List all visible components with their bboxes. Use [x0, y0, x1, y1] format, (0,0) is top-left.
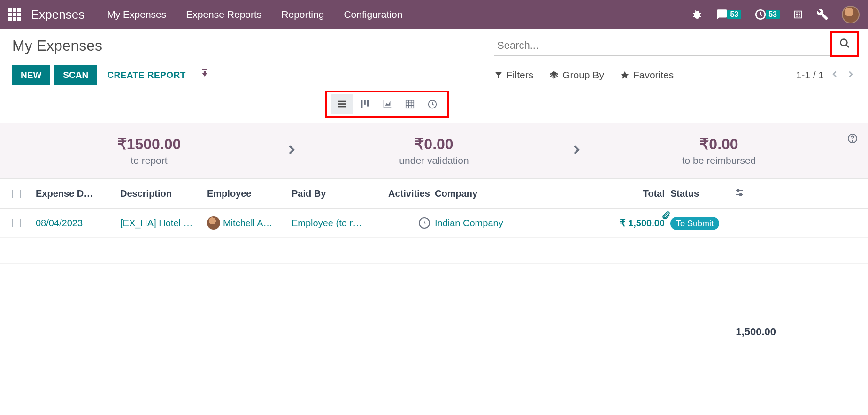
messages-icon[interactable]: 53 — [716, 8, 741, 21]
expense-table: Expense D… Description Employee Paid By … — [0, 179, 868, 357]
dash-to-report[interactable]: ₹1500.00 to report — [14, 135, 284, 166]
svg-rect-5 — [338, 106, 346, 108]
chevron-right-icon — [569, 142, 584, 159]
nav-my-expenses[interactable]: My Expenses — [107, 9, 166, 20]
download-icon[interactable] — [200, 69, 209, 81]
dash-to-reimburse-label: to be reimbursed — [584, 155, 854, 166]
header-employee[interactable]: Employee — [207, 188, 292, 199]
user-avatar[interactable] — [842, 6, 860, 23]
svg-rect-7 — [364, 100, 366, 105]
pager-prev-icon[interactable] — [830, 69, 840, 82]
company-icon[interactable] — [793, 9, 803, 20]
header-total[interactable]: Total — [566, 188, 665, 199]
cell-company: Indian Company — [430, 218, 566, 229]
cell-employee: Mitchell A… — [207, 216, 292, 230]
header-date[interactable]: Expense D… — [36, 188, 120, 199]
activities-badge: 53 — [766, 10, 780, 19]
scan-button[interactable]: SCAN — [54, 65, 97, 85]
filters-button[interactable]: Filters — [494, 69, 533, 81]
view-kanban-icon[interactable] — [353, 94, 376, 114]
svg-rect-9 — [406, 100, 414, 108]
nav-configuration[interactable]: Configuration — [344, 9, 402, 20]
footer-total: 1,500.00 — [677, 326, 776, 338]
app-name[interactable]: Expenses — [31, 8, 84, 22]
cell-activities[interactable] — [381, 217, 430, 229]
header-paidby[interactable]: Paid By — [292, 188, 381, 199]
messages-badge: 53 — [727, 10, 741, 19]
table-footer: 1,500.00 — [0, 316, 868, 357]
groupby-button[interactable]: Group By — [549, 69, 604, 81]
apps-grid-icon[interactable] — [8, 8, 21, 21]
view-list-icon[interactable] — [331, 94, 353, 114]
help-icon[interactable] — [847, 133, 858, 146]
svg-point-20 — [739, 193, 742, 196]
cell-date: 08/04/2023 — [36, 218, 120, 229]
filters-label: Filters — [507, 69, 533, 81]
svg-rect-8 — [367, 100, 369, 107]
table-header: Expense D… Description Employee Paid By … — [0, 179, 868, 209]
header-company[interactable]: Company — [430, 188, 566, 199]
svg-point-18 — [737, 189, 739, 192]
optional-columns-icon[interactable] — [734, 189, 745, 200]
view-pivot-icon[interactable] — [399, 94, 421, 114]
row-checkbox[interactable] — [12, 219, 21, 227]
header-activities[interactable]: Activities — [381, 188, 430, 199]
dash-to-report-label: to report — [14, 155, 284, 166]
favorites-label: Favorites — [633, 69, 674, 81]
header-description[interactable]: Description — [120, 188, 207, 199]
cell-paidby: Employee (to r… — [292, 218, 381, 229]
search-input[interactable] — [494, 36, 856, 56]
select-all-checkbox[interactable] — [12, 190, 21, 198]
table-row[interactable]: 08/04/2023 [EX_HA] Hotel … Mitchell A… E… — [0, 209, 868, 238]
dash-to-reimburse[interactable]: ₹0.00 to be reimbursed — [584, 135, 854, 166]
cell-description: [EX_HA] Hotel … — [120, 218, 207, 229]
nav-expense-reports[interactable]: Expense Reports — [186, 9, 261, 20]
table-row-empty — [0, 264, 868, 290]
dash-under-validation[interactable]: ₹0.00 under validation — [299, 135, 569, 166]
dash-to-report-amount: ₹1500.00 — [14, 135, 284, 153]
header-status[interactable]: Status — [665, 188, 726, 199]
employee-avatar — [207, 216, 220, 230]
search-button[interactable] — [830, 31, 859, 57]
page-title: My Expenses — [12, 37, 102, 54]
chevron-right-icon — [284, 142, 299, 159]
nav-reporting[interactable]: Reporting — [281, 9, 324, 20]
control-panel: My Expenses NEW SCAN CREATE REPORT Filte… — [0, 29, 868, 123]
dashboard-strip: ₹1500.00 to report ₹0.00 under validatio… — [0, 123, 868, 179]
svg-rect-4 — [338, 103, 346, 105]
dash-to-reimburse-amount: ₹0.00 — [584, 135, 854, 153]
cell-total: ₹ 1,500.00 — [566, 217, 665, 229]
favorites-button[interactable]: Favorites — [620, 69, 674, 81]
groupby-label: Group By — [562, 69, 604, 81]
bug-icon[interactable] — [691, 9, 703, 20]
dash-under-validation-label: under validation — [299, 155, 569, 166]
svg-rect-6 — [361, 100, 362, 108]
svg-point-16 — [852, 141, 853, 141]
svg-rect-3 — [338, 101, 346, 102]
cell-status: To Submit — [665, 218, 726, 229]
top-navbar: Expenses My Expenses Expense Reports Rep… — [0, 0, 868, 29]
svg-point-1 — [841, 39, 847, 46]
attachment-icon[interactable] — [661, 211, 671, 223]
svg-line-2 — [846, 45, 849, 47]
view-graph-icon[interactable] — [376, 94, 399, 114]
tools-icon[interactable] — [816, 8, 829, 21]
status-badge: To Submit — [670, 217, 719, 230]
new-button[interactable]: NEW — [12, 65, 50, 85]
view-switcher — [325, 91, 449, 118]
dash-under-validation-amount: ₹0.00 — [299, 135, 569, 153]
activities-icon[interactable]: 53 — [754, 8, 780, 21]
pager-next-icon[interactable] — [845, 69, 856, 82]
view-activity-icon[interactable] — [421, 94, 444, 114]
table-row-empty — [0, 290, 868, 316]
create-report-button[interactable]: CREATE REPORT — [101, 65, 192, 85]
pager-text[interactable]: 1-1 / 1 — [796, 69, 824, 81]
table-row-empty — [0, 238, 868, 264]
